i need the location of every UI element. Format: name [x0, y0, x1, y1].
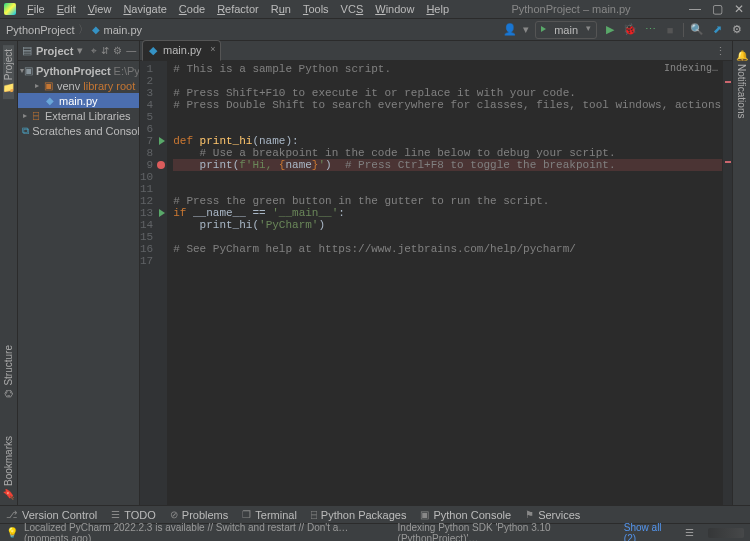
breadcrumb-root[interactable]: PythonProject: [6, 24, 74, 36]
python-file-icon: ◆: [149, 44, 157, 56]
tree-root[interactable]: ▾ ▣ PythonProject E:\PythonProject: [18, 63, 139, 78]
main-menu: File Edit View Navigate Code Refactor Ru…: [22, 1, 454, 17]
breadcrumb-sep-icon: 〉: [78, 22, 89, 37]
scratches-icon: ⧉: [22, 125, 29, 137]
navbar: PythonProject 〉 ◆ main.py 👤 ▾ main ▶ 🐞 ⋯…: [0, 19, 750, 41]
toolwindow-pypackages[interactable]: ⌸Python Packages: [311, 509, 407, 521]
python-file-icon: ◆: [92, 24, 100, 35]
tree-mainfile[interactable]: ◆ main.py: [18, 93, 139, 108]
tree-scratches-name: Scratches and Consoles: [32, 125, 139, 137]
app-logo-icon: [4, 3, 16, 15]
toolwindow-project[interactable]: 📁Project: [3, 45, 14, 99]
hide-panel-icon[interactable]: —: [126, 44, 136, 58]
menu-view[interactable]: View: [83, 1, 117, 17]
window-maximize-icon[interactable]: ▢: [710, 2, 724, 16]
project-view-dropdown-icon[interactable]: ▾: [77, 44, 83, 57]
menu-navigate[interactable]: Navigate: [118, 1, 171, 17]
toolwindow-vcs[interactable]: ⎇Version Control: [6, 509, 97, 521]
updates-icon[interactable]: ⬈: [710, 23, 724, 37]
run-config-selector[interactable]: main: [535, 21, 597, 39]
tree-venv[interactable]: ▸ ▣ venv library root: [18, 78, 139, 93]
brand-logo-icon: [708, 528, 744, 538]
run-config-label: main: [554, 24, 578, 36]
status-indexing: Indexing Python SDK 'Python 3.10 (Python…: [398, 522, 610, 542]
run-icon[interactable]: ▶: [603, 23, 617, 37]
right-toolstrip: 🔔Notifications: [732, 41, 750, 505]
python-file-icon: ◆: [44, 95, 56, 106]
user-icon[interactable]: 👤: [503, 23, 517, 37]
tab-label: main.py: [163, 44, 202, 56]
project-panel: ▤ Project ▾ ⌖ ⇵ ⚙ — ▾ ▣ PythonProject E:…: [18, 41, 140, 505]
settings-icon[interactable]: ⚙: [730, 23, 744, 37]
window-title: PythonProject – main.py: [454, 3, 688, 15]
status-showall[interactable]: Show all (2): [624, 522, 671, 542]
folder-icon: ▤: [22, 44, 32, 57]
indexing-label: Indexing…: [664, 63, 718, 74]
tip-icon[interactable]: 💡: [6, 527, 18, 538]
problems-icon: ⊘: [170, 509, 178, 520]
expand-icon[interactable]: ▸: [32, 81, 42, 90]
project-panel-header: ▤ Project ▾ ⌖ ⇵ ⚙ —: [18, 41, 139, 61]
menu-tools[interactable]: Tools: [298, 1, 334, 17]
packages-icon: ⌸: [311, 509, 317, 520]
editor-overview-ruler[interactable]: [722, 61, 732, 505]
console-icon: ▣: [420, 509, 429, 520]
window-minimize-icon[interactable]: —: [688, 2, 702, 16]
folder-icon: ▣: [24, 65, 33, 76]
panel-settings-icon[interactable]: ⚙: [113, 44, 122, 58]
library-icon: ⌸: [30, 110, 42, 121]
expand-icon[interactable]: ▸: [20, 111, 30, 120]
toolwindow-problems[interactable]: ⊘Problems: [170, 509, 228, 521]
menu-file[interactable]: File: [22, 1, 50, 17]
run-more-icon[interactable]: ⋯: [643, 23, 657, 37]
terminal-icon: ❐: [242, 509, 251, 520]
marker-icon[interactable]: [725, 161, 731, 163]
menu-code[interactable]: Code: [174, 1, 210, 17]
window-close-icon[interactable]: ✕: [732, 2, 746, 16]
vcs-icon: ⎇: [6, 509, 18, 520]
editor-code[interactable]: # This is a sample Python script. # Pres…: [167, 61, 732, 505]
editor-tab-mainpy[interactable]: ◆ main.py ×: [142, 40, 221, 61]
menu-refactor[interactable]: Refactor: [212, 1, 264, 17]
tree-scratches[interactable]: ⧉ Scratches and Consoles: [18, 123, 139, 138]
select-target-icon[interactable]: ⌖: [91, 44, 97, 58]
toolwindow-pyconsole[interactable]: ▣Python Console: [420, 509, 511, 521]
tree-external-libs[interactable]: ▸ ⌸ External Libraries: [18, 108, 139, 123]
status-caret-icon[interactable]: ☰: [685, 527, 694, 538]
tree-mainfile-name: main.py: [59, 95, 98, 107]
tree-venv-hint: library root: [83, 80, 135, 92]
stop-icon[interactable]: ■: [663, 23, 677, 37]
menu-vcs[interactable]: VCS: [336, 1, 369, 17]
services-icon: ⚑: [525, 509, 534, 520]
editor-tabbar: ◆ main.py × ⋮: [140, 41, 732, 61]
tree-extlib-name: External Libraries: [45, 110, 131, 122]
toolwindow-notifications[interactable]: 🔔Notifications: [736, 45, 747, 122]
search-icon[interactable]: 🔍: [690, 23, 704, 37]
statusbar: 💡 Localized PyCharm 2022.2.3 is availabl…: [0, 523, 750, 541]
menu-edit[interactable]: Edit: [52, 1, 81, 17]
todo-icon: ☰: [111, 509, 120, 520]
toolwindow-services[interactable]: ⚑Services: [525, 509, 580, 521]
toolwindow-todo[interactable]: ☰TODO: [111, 509, 156, 521]
editor-gutter[interactable]: 1234567891011121314151617: [140, 61, 167, 505]
main-area: 📁Project ⌬Structure 🔖Bookmarks ▤ Project…: [0, 41, 750, 505]
project-tree: ▾ ▣ PythonProject E:\PythonProject ▸ ▣ v…: [18, 61, 139, 140]
marker-icon[interactable]: [725, 81, 731, 83]
status-message: Localized PyCharm 2022.2.3 is available …: [24, 522, 378, 542]
left-toolstrip: 📁Project ⌬Structure 🔖Bookmarks: [0, 41, 18, 505]
titlebar: File Edit View Navigate Code Refactor Ru…: [0, 0, 750, 19]
tabbar-more-icon[interactable]: ⋮: [709, 43, 732, 60]
tree-root-path: E:\PythonProject: [114, 65, 139, 77]
debug-icon[interactable]: 🐞: [623, 23, 637, 37]
toolwindow-bookmarks[interactable]: 🔖Bookmarks: [3, 432, 14, 505]
menu-run[interactable]: Run: [266, 1, 296, 17]
menu-help[interactable]: Help: [421, 1, 454, 17]
editor-viewport[interactable]: 1234567891011121314151617 # This is a sa…: [140, 61, 732, 505]
breadcrumb-file[interactable]: main.py: [103, 24, 142, 36]
bottom-toolbar: ⎇Version Control ☰TODO ⊘Problems ❐Termin…: [0, 505, 750, 523]
menu-window[interactable]: Window: [370, 1, 419, 17]
toolwindow-structure[interactable]: ⌬Structure: [3, 341, 14, 402]
toolwindow-terminal[interactable]: ❐Terminal: [242, 509, 297, 521]
tab-close-icon[interactable]: ×: [210, 44, 215, 54]
expand-collapse-icon[interactable]: ⇵: [101, 44, 109, 58]
